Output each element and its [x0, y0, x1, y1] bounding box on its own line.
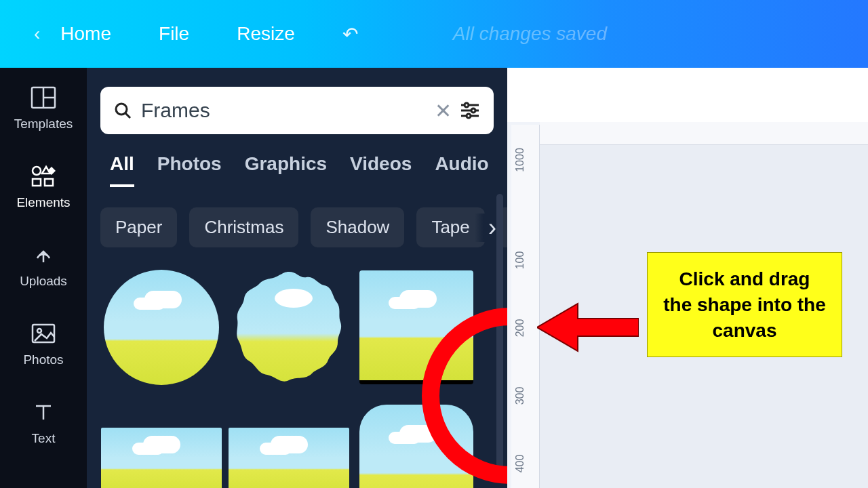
frame-blob[interactable]	[228, 266, 350, 388]
panel-scrollbar[interactable]	[496, 194, 503, 479]
ruler-vertical: 1000 100 200 300 400	[511, 125, 540, 488]
uploads-icon	[28, 241, 58, 268]
ruler-tick: 1000	[514, 146, 526, 174]
tab-graphics[interactable]: Graphics	[245, 153, 327, 187]
svg-point-8	[116, 104, 127, 115]
svg-point-7	[37, 329, 41, 333]
undo-icon[interactable]: ↶	[342, 23, 358, 45]
ruler-tick: 100	[514, 247, 526, 274]
top-menu-bar: ‹ Home File Resize ↶ All changes saved	[0, 0, 868, 68]
sidebar-label-text: Text	[32, 431, 56, 446]
svg-point-13	[471, 108, 475, 113]
canvas-area: 1000 100 200 300 400 Click and drag the …	[507, 68, 868, 488]
results-tabs: All Photos Graphics Videos Audio	[100, 153, 494, 187]
tab-audio[interactable]: Audio	[435, 153, 488, 187]
ruler-tick: 300	[514, 382, 526, 409]
frames-grid	[100, 266, 494, 488]
ruler-horizontal	[540, 122, 868, 145]
search-filters-icon[interactable]	[458, 99, 481, 122]
tab-videos[interactable]: Videos	[350, 153, 412, 187]
search-icon	[113, 100, 133, 121]
sidebar-item-uploads[interactable]: Uploads	[0, 237, 87, 293]
annotation-tooltip: Click and drag the shape into the canvas	[647, 252, 842, 357]
photos-icon	[28, 320, 58, 347]
frame-circle[interactable]	[100, 266, 222, 388]
sidebar-item-text[interactable]: Text	[0, 394, 87, 450]
chip-christmas[interactable]: Christmas	[189, 207, 298, 247]
sidebar-label-uploads: Uploads	[20, 274, 67, 289]
search-input[interactable]	[133, 99, 428, 122]
svg-point-11	[465, 103, 469, 107]
svg-point-3	[33, 167, 41, 175]
back-icon[interactable]: ‹	[34, 23, 40, 45]
svg-rect-5	[45, 179, 53, 186]
text-icon	[28, 399, 58, 426]
menu-file[interactable]: File	[159, 23, 189, 45]
canvas-toolbar	[507, 68, 868, 122]
save-status: All changes saved	[453, 23, 607, 45]
suggestion-chips: Paper Christmas Shadow Tape Ba ›	[100, 207, 494, 247]
tool-sidebar: Templates Elements Uploads	[0, 68, 87, 488]
sidebar-item-templates[interactable]: Templates	[0, 80, 87, 136]
clear-search-icon[interactable]: ✕	[428, 99, 458, 123]
frame-square[interactable]	[355, 266, 477, 388]
svg-point-17	[275, 289, 313, 308]
menu-resize[interactable]: Resize	[237, 23, 295, 45]
sidebar-item-elements[interactable]: Elements	[0, 159, 87, 214]
templates-icon	[28, 84, 58, 111]
sidebar-label-templates: Templates	[14, 117, 73, 131]
svg-rect-16	[229, 268, 349, 387]
sidebar-item-photos[interactable]: Photos	[0, 316, 87, 371]
menu-home[interactable]: Home	[60, 23, 111, 45]
chip-shadow[interactable]: Shadow	[311, 207, 404, 247]
frame-rounded[interactable]	[355, 401, 477, 488]
ruler-tick: 200	[514, 314, 526, 342]
tab-photos[interactable]: Photos	[157, 153, 222, 187]
elements-icon	[28, 163, 58, 190]
svg-rect-4	[33, 179, 41, 186]
search-box[interactable]: ✕	[100, 87, 494, 134]
chips-scroll-right-icon[interactable]: ›	[475, 214, 496, 242]
sidebar-label-elements: Elements	[16, 195, 70, 210]
frame-wide-1[interactable]	[100, 401, 222, 488]
chip-paper[interactable]: Paper	[100, 207, 177, 247]
elements-panel: ✕ All Photos Graphics Videos Audio Paper…	[87, 68, 507, 488]
frame-wide-2[interactable]	[228, 401, 350, 488]
svg-point-15	[467, 114, 471, 118]
svg-line-9	[125, 113, 130, 118]
ruler-tick: 400	[514, 450, 526, 477]
sidebar-label-photos: Photos	[23, 352, 63, 367]
tab-all[interactable]: All	[110, 153, 134, 187]
